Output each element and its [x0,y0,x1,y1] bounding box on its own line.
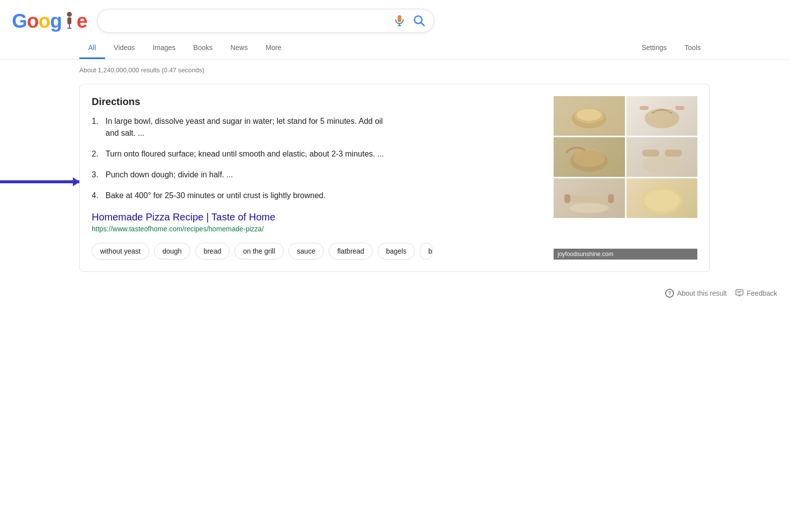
image-bowl1[interactable] [554,96,625,136]
chip-without-yeast[interactable]: without yeast [92,243,149,260]
search-bar[interactable]: how to make pizza [97,9,434,33]
image-grid [554,96,697,216]
tab-videos[interactable]: Videos [105,38,144,59]
snippet-inner: Directions 1. In large bowl, dissolve ye… [92,96,697,260]
tab-settings[interactable]: Settings [633,38,676,59]
svg-rect-15 [654,111,669,113]
step-num-4: 4. [92,190,102,202]
svg-rect-21 [642,150,659,157]
image-roll[interactable] [554,178,625,218]
source-url: https://www.tasteofhome.com/recipes/home… [92,225,544,233]
step-text-2: Turn onto floured surface; knead until s… [106,148,384,160]
step-text-1: In large bowl, dissolve yeast and sugar … [106,115,389,139]
tab-news[interactable]: News [222,38,257,59]
arrow-annotation [0,180,79,183]
search-input[interactable]: how to make pizza [106,16,388,26]
image-flour1[interactable] [626,96,698,136]
chip-sauce[interactable]: sauce [288,243,324,260]
image-source-label: joyfoodsunshine.com [554,249,697,260]
svg-line-10 [421,23,424,26]
google-logo[interactable]: G o o g e [12,10,87,32]
main-content: Directions 1. In large bowl, dissolve ye… [0,84,789,272]
svg-point-0 [67,12,72,17]
svg-rect-7 [397,15,401,22]
tab-all[interactable]: All [79,38,105,59]
step-num-3: 3. [92,169,102,181]
svg-point-26 [569,203,609,213]
svg-point-13 [577,109,602,121]
logo-letter-g2: g [50,10,61,32]
snippet-images: joyfoodsunshine.com [554,96,697,260]
snippet-text: Directions 1. In large bowl, dissolve ye… [92,96,544,260]
related-chips: without yeast dough bread on the grill s… [92,243,544,260]
logo-letter-o2: o [39,10,50,32]
svg-rect-16 [639,106,648,110]
feedback-button[interactable]: Feedback [735,289,777,298]
directions-title: Directions [92,96,544,107]
nav-right: Settings Tools [633,38,710,59]
svg-rect-24 [564,194,570,203]
direction-step-1: 1. In large bowl, dissolve yeast and sug… [92,115,389,139]
svg-point-19 [573,149,605,167]
svg-point-20 [642,156,681,173]
results-count: About 1,240,000,000 results (0.47 second… [0,59,789,79]
chip-on-the-grill[interactable]: on the grill [234,243,283,260]
chip-bagels[interactable]: bagels [378,243,415,260]
logo-letter-e: e [76,10,87,32]
logo-letter-o1: o [27,10,38,32]
footer-bar: ? About this result Feedback [0,282,789,305]
direction-step-4: 4. Bake at 400° for 25-30 minutes or unt… [92,190,389,202]
results-count-text: About 1,240,000,000 results (0.47 second… [79,66,204,74]
chip-bread[interactable]: bread [195,243,230,260]
about-result-icon: ? [665,289,674,298]
step-num-1: 1. [92,115,102,139]
tab-images[interactable]: Images [144,38,184,59]
step-text-4: Bake at 400° for 25-30 minutes or until … [106,190,326,202]
svg-rect-17 [675,106,684,110]
search-icon[interactable] [413,14,426,27]
svg-rect-29 [735,290,742,295]
image-bowl2[interactable] [554,137,625,177]
chip-dough[interactable]: dough [154,243,190,260]
mic-icon[interactable] [393,14,406,27]
svg-rect-23 [567,196,612,202]
step-num-2: 2. [92,148,102,160]
source-title-link[interactable]: Homemade Pizza Recipe | Taste of Home [92,212,544,223]
header: G o o g e how to make pizza [0,0,789,38]
svg-rect-1 [67,17,71,24]
about-result-text: About this result [677,289,727,297]
feedback-text: Feedback [747,289,777,297]
tab-more[interactable]: More [257,38,290,59]
svg-rect-22 [664,150,681,157]
source-title-text: Homemade Pizza Recipe | Taste of Home [92,212,276,222]
step-text-3: Punch down dough; divide in half. ... [106,169,233,181]
svg-point-28 [644,190,679,212]
directions-list: 1. In large bowl, dissolve yeast and sug… [92,115,544,202]
tab-tools[interactable]: Tools [676,38,710,59]
image-knead[interactable] [626,137,698,177]
logo-letter-g: G [12,10,27,32]
tab-books[interactable]: Books [184,38,222,59]
search-icons [393,14,426,27]
direction-step-2: 2. Turn onto floured surface; knead unti… [92,148,389,160]
logo-figure-icon [62,11,76,30]
chip-flatbread[interactable]: flatbread [329,243,372,260]
snippet-card: Directions 1. In large bowl, dissolve ye… [79,84,710,272]
source-link-section: Homemade Pizza Recipe | Taste of Home ht… [92,212,544,233]
about-result-button[interactable]: ? About this result [665,289,727,298]
feedback-icon [735,289,744,298]
image-round[interactable] [626,178,698,218]
chip-more[interactable]: b [420,243,433,260]
nav-tabs: All Videos Images Books News More Settin… [0,38,789,59]
svg-rect-25 [608,194,614,203]
direction-step-3: 3. Punch down dough; divide in half. ... [92,169,389,181]
arrow-line [0,180,79,183]
